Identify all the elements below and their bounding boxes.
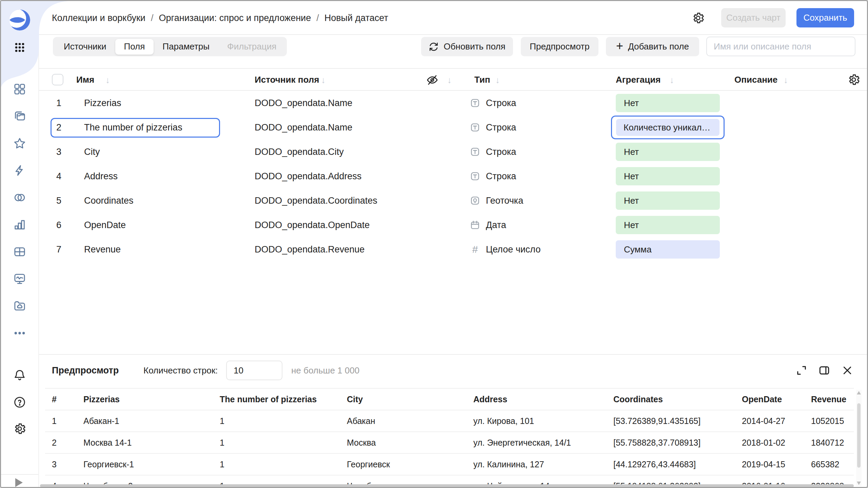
preview-title: Предпросмотр (52, 361, 119, 380)
cell: 1840712 (811, 432, 844, 453)
field-type-label: Строка (486, 115, 516, 140)
dashboard-grid-icon[interactable] (1, 82, 38, 96)
row-number: 2 (56, 115, 61, 140)
add-field-button[interactable]: + Добавить поле (606, 37, 699, 56)
eye-off-icon[interactable] (426, 74, 439, 86)
field-type-label: Геоточка (486, 188, 523, 213)
field-type: #Целое число (470, 237, 540, 262)
field-name[interactable]: The number of pizzerias (84, 115, 182, 140)
preview-col-address: Address (473, 388, 507, 410)
scrollbar-thumb[interactable] (857, 403, 861, 468)
row-number: 6 (56, 213, 61, 237)
aggregation-pill[interactable]: Нет (616, 216, 720, 234)
workbooks-icon[interactable] (1, 109, 38, 123)
monitoring-icon[interactable] (1, 272, 38, 286)
expand-icon[interactable] (795, 364, 808, 377)
field-source: DODO_opendata.Name (255, 91, 352, 115)
cell: 2 (52, 432, 57, 453)
row-number: 5 (56, 188, 61, 213)
sort-arrow-icon[interactable]: ↓ (321, 69, 326, 90)
cell: Георгиевск-1 (83, 453, 134, 475)
tab-fields[interactable]: Поля (115, 39, 154, 55)
tab-sources[interactable]: Источники (55, 39, 115, 55)
expand-arrow-icon[interactable] (15, 478, 23, 487)
sidebar-divider (1, 474, 38, 475)
apps-grid-icon[interactable] (1, 41, 38, 54)
select-all-checkbox[interactable] (52, 74, 63, 85)
preview-col-coordinates: Coordinates (613, 388, 663, 410)
gear-icon[interactable] (691, 11, 705, 25)
preview-col-opendate: OpenDate (742, 388, 782, 410)
table-row-selected: 2 The number of pizzerias DODO_opendata.… (38, 115, 868, 140)
field-type: Геоточка (470, 188, 523, 213)
help-icon[interactable] (1, 395, 38, 409)
scroll-down-icon[interactable] (857, 482, 861, 485)
field-name[interactable]: Coordinates (84, 188, 134, 213)
aggregation-pill[interactable]: Нет (616, 167, 720, 185)
date-type-icon (470, 220, 480, 230)
preview-row: 3 Георгиевск-1 1 Георгиевск ул. Калинина… (38, 453, 855, 475)
string-type-icon (470, 146, 480, 157)
table-icon[interactable] (1, 245, 38, 259)
aggregation-pill-selected[interactable]: Количество уникал… (611, 116, 725, 139)
datalens-logo[interactable] (9, 9, 30, 30)
cell: [53.726389,91.435165] (613, 410, 701, 432)
close-icon[interactable] (841, 364, 853, 377)
field-name[interactable]: Revenue (84, 237, 121, 262)
rows-count-input[interactable] (226, 361, 282, 380)
sort-arrow-icon[interactable]: ↓ (447, 69, 452, 90)
aggregation-pill[interactable]: Нет (616, 94, 720, 112)
save-button[interactable]: Сохранить (796, 8, 854, 27)
preview-row: 1 Абакан-1 1 Абакан ул. Кирова, 101 [53.… (38, 410, 855, 432)
breadcrumb-collections[interactable]: Коллекции и воркбуки (52, 13, 145, 23)
horizontal-scrollbar[interactable] (40, 484, 854, 487)
lightning-icon[interactable] (1, 164, 38, 177)
cell: Москва (347, 432, 376, 453)
more-ellipsis-icon[interactable] (1, 326, 38, 340)
settings-icon[interactable] (1, 422, 38, 435)
field-name[interactable]: City (84, 140, 100, 164)
sort-arrow-icon[interactable]: ↓ (670, 69, 674, 90)
create-chart-button[interactable]: Создать чарт (721, 8, 786, 27)
table-settings-gear-icon[interactable] (847, 73, 861, 86)
cell: ул. Кирова, 101 (473, 410, 534, 432)
connections-icon[interactable] (1, 191, 38, 204)
row-number: 4 (56, 164, 61, 188)
field-name[interactable]: Address (84, 164, 118, 188)
bar-chart-icon[interactable] (1, 218, 38, 231)
field-name[interactable]: Pizzerias (84, 91, 121, 115)
field-type-label: Целое число (486, 237, 540, 262)
field-search-input[interactable] (706, 37, 855, 56)
column-type: Тип (474, 69, 490, 90)
field-name[interactable]: OpenDate (84, 213, 126, 237)
sort-arrow-icon[interactable]: ↓ (105, 69, 110, 90)
breadcrumb-workbook[interactable]: Организации: спрос и предложение (159, 13, 311, 23)
side-panel-icon[interactable] (818, 364, 830, 377)
string-type-icon (470, 171, 480, 182)
table-row: 3 City DODO_opendata.City Строка Нет (38, 140, 868, 164)
tab-parameters[interactable]: Параметры (154, 39, 218, 55)
cell: Георгиевск (347, 453, 390, 475)
sort-arrow-icon[interactable]: ↓ (784, 69, 788, 90)
cell: 1 (220, 432, 224, 453)
field-type: Дата (470, 213, 506, 237)
bell-icon[interactable] (1, 368, 38, 382)
preview-row: 2 Москва 14-1 1 Москва ул. Энергетическа… (38, 432, 855, 453)
scroll-up-icon[interactable] (857, 391, 861, 394)
aggregation-pill[interactable]: Сумма (616, 240, 720, 259)
preview-button[interactable]: Предпросмотр (521, 37, 598, 56)
tab-filtering[interactable]: Фильтрация (218, 39, 285, 55)
aggregation-pill[interactable]: Нет (616, 143, 720, 161)
cloud-folder-icon[interactable] (1, 299, 38, 313)
star-icon[interactable] (1, 137, 38, 150)
cell: ул. Калинина, 127 (473, 453, 544, 475)
rows-limit-hint: не больше 1 000 (291, 361, 359, 380)
aggregation-value: Количество уникал… (616, 119, 719, 136)
string-type-icon (470, 98, 480, 108)
field-type-label: Дата (486, 213, 506, 237)
sort-arrow-icon[interactable]: ↓ (495, 69, 500, 90)
vertical-scrollbar[interactable] (856, 390, 862, 486)
aggregation-pill[interactable]: Нет (616, 191, 720, 210)
column-description: Описание (734, 69, 777, 90)
refresh-fields-button[interactable]: Обновить поля (421, 37, 513, 56)
